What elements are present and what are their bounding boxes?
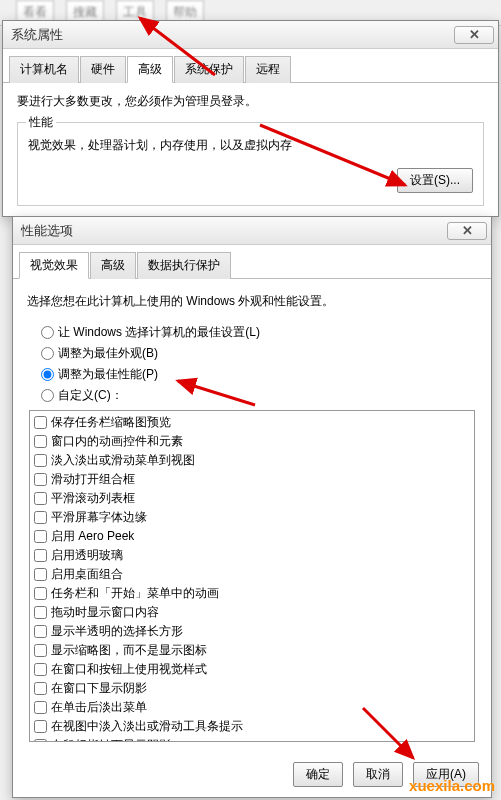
radio-option[interactable]: 调整为最佳外观(B) <box>41 345 477 362</box>
radio-input[interactable] <box>41 368 54 381</box>
admin-note: 要进行大多数更改，您必须作为管理员登录。 <box>17 93 484 110</box>
tab-computer-name[interactable]: 计算机名 <box>9 56 79 83</box>
checklist-label: 在窗口和按钮上使用视觉样式 <box>51 661 207 678</box>
close-icon: ✕ <box>462 223 473 238</box>
checkbox-input[interactable] <box>34 435 47 448</box>
checkbox-input[interactable] <box>34 644 47 657</box>
checklist-label: 在视图中淡入淡出或滑动工具条提示 <box>51 718 243 735</box>
checklist-item[interactable]: 显示半透明的选择长方形 <box>30 622 474 641</box>
cancel-button[interactable]: 取消 <box>353 762 403 787</box>
radio-input[interactable] <box>41 326 54 339</box>
performance-desc: 视觉效果，处理器计划，内存使用，以及虚拟内存 <box>28 137 473 154</box>
performance-fieldset: 性能 视觉效果，处理器计划，内存使用，以及虚拟内存 设置(S)... <box>17 122 484 206</box>
checklist-label: 窗口内的动画控件和元素 <box>51 433 183 450</box>
checklist-item[interactable]: 在单击后淡出菜单 <box>30 698 474 717</box>
system-properties-tabs: 计算机名 硬件 高级 系统保护 远程 <box>3 49 498 83</box>
tab-advanced[interactable]: 高级 <box>127 56 173 83</box>
checklist-label: 显示缩略图，而不是显示图标 <box>51 642 207 659</box>
radio-input[interactable] <box>41 389 54 402</box>
system-properties-title: 系统属性 <box>11 26 63 44</box>
checklist-item[interactable]: 启用 Aero Peek <box>30 527 474 546</box>
checklist-item[interactable]: 在鼠标指针下显示阴影 <box>30 736 474 742</box>
checkbox-input[interactable] <box>34 682 47 695</box>
checklist-label: 启用透明玻璃 <box>51 547 123 564</box>
tab-visual-effects[interactable]: 视觉效果 <box>19 252 89 279</box>
checkbox-input[interactable] <box>34 454 47 467</box>
checkbox-input[interactable] <box>34 568 47 581</box>
checklist-item[interactable]: 任务栏和「开始」菜单中的动画 <box>30 584 474 603</box>
checklist-label: 拖动时显示窗口内容 <box>51 604 159 621</box>
checklist-item[interactable]: 窗口内的动画控件和元素 <box>30 432 474 451</box>
radio-input[interactable] <box>41 347 54 360</box>
checkbox-input[interactable] <box>34 587 47 600</box>
checkbox-input[interactable] <box>34 663 47 676</box>
checklist-label: 在鼠标指针下显示阴影 <box>51 737 171 742</box>
checkbox-input[interactable] <box>34 492 47 505</box>
checkbox-input[interactable] <box>34 625 47 638</box>
visual-effects-checklist[interactable]: 保存任务栏缩略图预览窗口内的动画控件和元素淡入淡出或滑动菜单到视图滑动打开组合框… <box>29 410 475 742</box>
performance-options-titlebar[interactable]: 性能选项 ✕ <box>13 217 491 245</box>
visual-effects-desc: 选择您想在此计算机上使用的 Windows 外观和性能设置。 <box>27 293 477 310</box>
checkbox-input[interactable] <box>34 739 47 742</box>
checklist-label: 任务栏和「开始」菜单中的动画 <box>51 585 219 602</box>
tab-dep[interactable]: 数据执行保护 <box>137 252 231 279</box>
system-properties-body: 要进行大多数更改，您必须作为管理员登录。 性能 视觉效果，处理器计划，内存使用，… <box>3 83 498 216</box>
checklist-item[interactable]: 显示缩略图，而不是显示图标 <box>30 641 474 660</box>
radio-option[interactable]: 调整为最佳性能(P) <box>41 366 477 383</box>
close-button[interactable]: ✕ <box>454 26 494 44</box>
checkbox-input[interactable] <box>34 701 47 714</box>
checklist-item[interactable]: 保存任务栏缩略图预览 <box>30 413 474 432</box>
checkbox-input[interactable] <box>34 511 47 524</box>
performance-options-window: 性能选项 ✕ 视觉效果 高级 数据执行保护 选择您想在此计算机上使用的 Wind… <box>12 216 492 798</box>
checklist-item[interactable]: 在窗口下显示阴影 <box>30 679 474 698</box>
checklist-label: 启用 Aero Peek <box>51 528 134 545</box>
checkbox-input[interactable] <box>34 549 47 562</box>
checklist-label: 平滑滚动列表框 <box>51 490 135 507</box>
close-icon: ✕ <box>469 27 480 42</box>
tab-system-protection[interactable]: 系统保护 <box>174 56 244 83</box>
checklist-label: 保存任务栏缩略图预览 <box>51 414 171 431</box>
checklist-item[interactable]: 平滑屏幕字体边缘 <box>30 508 474 527</box>
checklist-label: 滑动打开组合框 <box>51 471 135 488</box>
checkbox-input[interactable] <box>34 416 47 429</box>
checklist-item[interactable]: 淡入淡出或滑动菜单到视图 <box>30 451 474 470</box>
checklist-item[interactable]: 平滑滚动列表框 <box>30 489 474 508</box>
checkbox-input[interactable] <box>34 530 47 543</box>
watermark: xuexila.com <box>409 777 495 794</box>
system-properties-window: 系统属性 ✕ 计算机名 硬件 高级 系统保护 远程 要进行大多数更改，您必须作为… <box>2 20 499 217</box>
ok-button[interactable]: 确定 <box>293 762 343 787</box>
close-button[interactable]: ✕ <box>447 222 487 240</box>
system-properties-titlebar[interactable]: 系统属性 ✕ <box>3 21 498 49</box>
checklist-label: 显示半透明的选择长方形 <box>51 623 183 640</box>
checklist-label: 在单击后淡出菜单 <box>51 699 147 716</box>
checkbox-input[interactable] <box>34 720 47 733</box>
checklist-label: 启用桌面组合 <box>51 566 123 583</box>
tab-remote[interactable]: 远程 <box>245 56 291 83</box>
checkbox-input[interactable] <box>34 473 47 486</box>
checklist-item[interactable]: 拖动时显示窗口内容 <box>30 603 474 622</box>
radio-label: 让 Windows 选择计算机的最佳设置(L) <box>58 324 260 341</box>
tab-advanced-perf[interactable]: 高级 <box>90 252 136 279</box>
radio-option[interactable]: 自定义(C)： <box>41 387 477 404</box>
checklist-item[interactable]: 在窗口和按钮上使用视觉样式 <box>30 660 474 679</box>
performance-options-title: 性能选项 <box>21 222 73 240</box>
checklist-item[interactable]: 在视图中淡入淡出或滑动工具条提示 <box>30 717 474 736</box>
performance-settings-button[interactable]: 设置(S)... <box>397 168 473 193</box>
checklist-label: 平滑屏幕字体边缘 <box>51 509 147 526</box>
checkbox-input[interactable] <box>34 606 47 619</box>
checklist-item[interactable]: 滑动打开组合框 <box>30 470 474 489</box>
performance-legend: 性能 <box>26 114 56 131</box>
radio-option[interactable]: 让 Windows 选择计算机的最佳设置(L) <box>41 324 477 341</box>
checklist-item[interactable]: 启用透明玻璃 <box>30 546 474 565</box>
performance-options-body: 选择您想在此计算机上使用的 Windows 外观和性能设置。 让 Windows… <box>13 279 491 752</box>
performance-options-tabs: 视觉效果 高级 数据执行保护 <box>13 245 491 279</box>
checklist-label: 淡入淡出或滑动菜单到视图 <box>51 452 195 469</box>
radio-label: 调整为最佳性能(P) <box>58 366 158 383</box>
radio-label: 调整为最佳外观(B) <box>58 345 158 362</box>
checklist-label: 在窗口下显示阴影 <box>51 680 147 697</box>
tab-hardware[interactable]: 硬件 <box>80 56 126 83</box>
radio-label: 自定义(C)： <box>58 387 123 404</box>
checklist-item[interactable]: 启用桌面组合 <box>30 565 474 584</box>
